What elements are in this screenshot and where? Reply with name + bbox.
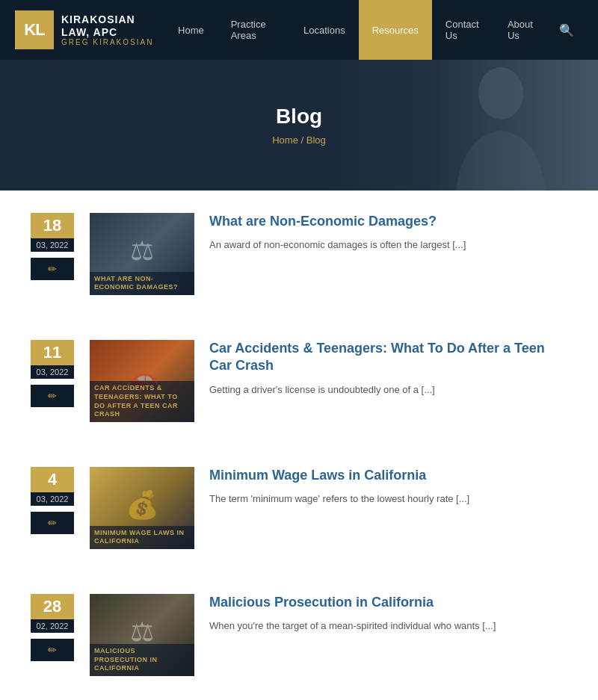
thumb-decorative: ⚖	[130, 616, 154, 648]
thumb-decorative: 💰	[126, 489, 159, 521]
thumb-label: MINIMUM WAGE LAWS IN CALIFORNIA	[90, 526, 194, 549]
logo-area[interactable]: KL KIRAKOSIANLAW, APC GREG KIRAKOSIAN	[15, 10, 164, 49]
logo-text: KIRAKOSIANLAW, APC GREG KIRAKOSIAN	[61, 13, 153, 47]
post-day: 28	[31, 594, 74, 619]
thumb-label: MALICIOUS PROSECUTION IN CALIFORNIA	[90, 644, 194, 676]
blog-post-item: 18 03, 2022 ✏ ⚖ WHAT ARE NON-ECONOMIC DA…	[30, 213, 568, 310]
post-title[interactable]: What are Non-Economic Damages?	[209, 213, 568, 230]
post-title[interactable]: Car Accidents & Teenagers: What To Do Af…	[209, 340, 568, 375]
post-content: Minimum Wage Laws in California The term…	[209, 467, 568, 507]
post-date: 02, 2022	[31, 619, 74, 633]
thumb-label: CAR ACCIDENTS & TEENAGERS: WHAT TO DO AF…	[90, 381, 194, 422]
logo-initials: KL	[24, 20, 44, 40]
post-date-box: 4 03, 2022 ✏	[30, 467, 75, 534]
post-excerpt: Getting a driver's license is undoubtedl…	[209, 382, 568, 398]
nav-home[interactable]: Home	[164, 0, 218, 60]
blog-post-item: 28 02, 2022 ✏ ⚖ MALICIOUS PROSECUTION IN…	[30, 594, 568, 691]
hero-banner: Blog Home / Blog	[0, 60, 598, 191]
post-date-box: 18 03, 2022 ✏	[30, 213, 75, 280]
svg-point-0	[478, 67, 523, 120]
post-title[interactable]: Malicious Prosecution in California	[209, 594, 568, 611]
pen-icon: ✏	[31, 639, 74, 661]
post-excerpt: The term 'minimum wage' refers to the lo…	[209, 492, 568, 507]
breadcrumb-current: Blog	[306, 134, 326, 146]
post-date: 03, 2022	[31, 365, 74, 379]
post-excerpt: An award of non-economic damages is ofte…	[209, 238, 568, 253]
post-content: Malicious Prosecution in California When…	[209, 594, 568, 634]
nav-practice-areas[interactable]: Practice Areas	[218, 0, 290, 60]
post-day: 11	[31, 340, 74, 365]
thumb-decorative: ⚖	[130, 235, 154, 267]
main-nav: Home Practice Areas Locations Resources …	[164, 0, 583, 60]
post-content: What are Non-Economic Damages? An award …	[209, 213, 568, 253]
pen-icon: ✏	[31, 258, 74, 280]
breadcrumb-home[interactable]: Home	[272, 134, 298, 146]
page-title: Blog	[276, 105, 322, 128]
post-excerpt: When you're the target of a mean-spirite…	[209, 619, 568, 634]
post-day: 18	[31, 213, 74, 238]
blog-post-item: 11 03, 2022 ✏ 🚗 CAR ACCIDENTS & TEENAGER…	[30, 340, 568, 437]
firm-name-line1: KIRAKOSIANLAW, APC	[61, 13, 153, 39]
nav-about-us[interactable]: About Us	[494, 0, 550, 60]
post-date-box: 11 03, 2022 ✏	[30, 340, 75, 407]
hero-person-image	[434, 60, 568, 191]
pen-icon: ✏	[31, 385, 74, 407]
pen-icon: ✏	[31, 512, 74, 534]
site-header: KL KIRAKOSIANLAW, APC GREG KIRAKOSIAN Ho…	[0, 0, 598, 60]
post-day: 4	[31, 467, 74, 492]
nav-contact-us[interactable]: Contact Us	[432, 0, 494, 60]
post-thumbnail[interactable]: 💰 MINIMUM WAGE LAWS IN CALIFORNIA	[90, 467, 194, 549]
firm-sub: GREG KIRAKOSIAN	[61, 38, 153, 46]
thumb-label: WHAT ARE NON-ECONOMIC DAMAGES?	[90, 272, 194, 295]
breadcrumb: Home / Blog	[272, 134, 326, 146]
blog-post-item: 4 03, 2022 ✏ 💰 MINIMUM WAGE LAWS IN CALI…	[30, 467, 568, 564]
post-thumbnail[interactable]: ⚖ MALICIOUS PROSECUTION IN CALIFORNIA	[90, 594, 194, 676]
post-thumbnail[interactable]: ⚖ WHAT ARE NON-ECONOMIC DAMAGES?	[90, 213, 194, 295]
nav-resources[interactable]: Resources	[359, 0, 432, 60]
post-date-box: 28 02, 2022 ✏	[30, 594, 75, 661]
logo-box: KL	[15, 10, 54, 49]
search-icon[interactable]: 🔍	[550, 0, 583, 60]
nav-locations[interactable]: Locations	[290, 0, 359, 60]
post-date: 03, 2022	[31, 492, 74, 506]
post-thumbnail[interactable]: 🚗 CAR ACCIDENTS & TEENAGERS: WHAT TO DO …	[90, 340, 194, 422]
post-date: 03, 2022	[31, 238, 74, 252]
blog-list: 18 03, 2022 ✏ ⚖ WHAT ARE NON-ECONOMIC DA…	[0, 191, 598, 700]
post-content: Car Accidents & Teenagers: What To Do Af…	[209, 340, 568, 398]
post-title[interactable]: Minimum Wage Laws in California	[209, 467, 568, 484]
